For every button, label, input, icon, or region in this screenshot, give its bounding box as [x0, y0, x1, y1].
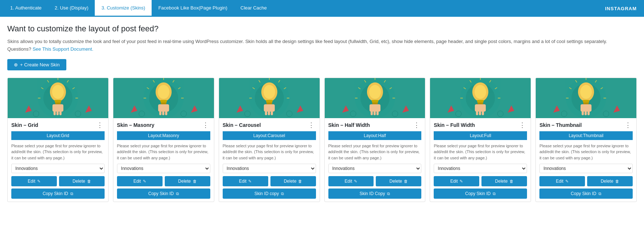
delete-button-1[interactable]: Delete 🗑 [165, 176, 210, 186]
skin-card-body-5: Skin – Thumbnail ⋮ Layout:Thumbnail Plea… [536, 118, 636, 199]
skin-name-4: Skin – Full Width [434, 122, 475, 128]
nav-authenticate[interactable]: 1. Authenticate [4, 0, 48, 17]
svg-rect-41 [165, 110, 167, 115]
svg-point-67 [245, 111, 250, 117]
layout-badge-5: Layout:Thumbnail [539, 131, 633, 140]
delete-button-5[interactable]: Delete 🗑 [587, 176, 633, 186]
copy-skin-button-2[interactable]: Skin ID copy ⧉ [223, 189, 316, 199]
nav-clear-cache[interactable]: Clear Cache [234, 0, 273, 17]
svg-rect-17 [56, 111, 59, 115]
skin-name-2: Skin – Carousel [223, 122, 261, 128]
skin-menu-icon-4[interactable]: ⋮ [518, 121, 527, 129]
copy-skin-button-3[interactable]: Skin ID Copy ⧉ [328, 189, 422, 199]
copy-skin-label-1: Copy Skin ID [148, 191, 174, 196]
skin-card-4: Skin – Full Width ⋮ Layout:Full Please s… [430, 78, 531, 202]
svg-point-44 [139, 111, 145, 117]
svg-rect-36 [161, 102, 167, 104]
skin-header-2: Skin – Carousel ⋮ [223, 121, 316, 129]
edit-button-4[interactable]: Edit ✎ [434, 176, 479, 186]
nav-customize-skins[interactable]: 3. Customize (Skins) [95, 0, 152, 17]
svg-rect-16 [54, 110, 56, 115]
trash-icon-1: 🗑 [193, 179, 197, 183]
copy-skin-button-5[interactable]: Copy Skin ID ⧉ [539, 189, 633, 199]
svg-point-103 [475, 85, 486, 99]
svg-rect-59 [266, 102, 272, 104]
svg-rect-128 [583, 102, 589, 104]
skin-card-body-4: Skin – Full Width ⋮ Layout:Full Please s… [430, 118, 531, 199]
support-link[interactable]: See This Support Document. [32, 46, 93, 52]
svg-rect-127 [583, 100, 589, 102]
svg-rect-110 [482, 110, 484, 115]
edit-button-0[interactable]: Edit ✎ [11, 176, 57, 186]
skin-header-1: Skin – Masonry ⋮ [117, 121, 210, 129]
skin-menu-icon-0[interactable]: ⋮ [95, 121, 105, 129]
page-content: Want to customize the layout of post fee… [0, 17, 644, 237]
brand-label: INSTAGRAM [601, 0, 640, 17]
skin-menu-icon-2[interactable]: ⋮ [307, 121, 316, 129]
delete-button-3[interactable]: Delete 🗑 [376, 176, 421, 186]
skin-card-body-2: Skin – Carousel ⋮ Layout:Carousel Please… [219, 118, 320, 199]
edit-button-1[interactable]: Edit ✎ [117, 176, 163, 186]
svg-rect-87 [376, 110, 378, 115]
skin-menu-icon-1[interactable]: ⋮ [201, 121, 210, 129]
svg-rect-82 [372, 102, 378, 104]
create-new-skin-button[interactable]: ⊕ + Create New Skin [7, 59, 66, 70]
svg-rect-63 [268, 111, 270, 115]
delete-button-2[interactable]: Delete 🗑 [270, 176, 316, 186]
trash-icon-5: 🗑 [615, 179, 619, 183]
layout-badge-2: Layout:Carousel [223, 131, 316, 140]
copy-skin-label-0: Copy Skin ID [43, 191, 68, 196]
svg-point-114 [497, 111, 503, 117]
skin-page-select-5[interactable]: Innovations [539, 164, 633, 173]
skin-card-2: Skin – Carousel ⋮ Layout:Carousel Please… [219, 78, 320, 202]
delete-label-0: Delete [73, 179, 85, 184]
skin-page-select-1[interactable]: Innovations [117, 164, 210, 173]
skin-page-select-4[interactable]: Innovations [434, 164, 527, 173]
skin-header-4: Skin – Full Width ⋮ [434, 121, 527, 129]
skin-desc-5: Please select your page first for previe… [539, 143, 633, 161]
page-title: Want to customize the layout of post fee… [7, 24, 637, 34]
edit-label-3: Edit [345, 179, 352, 184]
skin-page-select-2[interactable]: Innovations [223, 164, 316, 173]
svg-rect-81 [371, 100, 378, 102]
skin-page-select-0[interactable]: Innovations [11, 164, 105, 173]
copy-skin-button-1[interactable]: Copy Skin ID ⧉ [117, 189, 210, 199]
layout-badge-3: Layout:Half [328, 131, 422, 140]
edit-label-0: Edit [28, 179, 35, 184]
pencil-icon-3: ✎ [354, 179, 357, 184]
skin-desc-0: Please select your page first for previe… [11, 143, 105, 161]
edit-button-3[interactable]: Edit ✎ [328, 176, 374, 186]
svg-rect-132 [585, 111, 587, 115]
skin-page-select-3[interactable]: Innovations [328, 164, 422, 173]
edit-button-2[interactable]: Edit ✎ [223, 176, 268, 186]
svg-rect-133 [588, 110, 590, 115]
svg-point-90 [350, 111, 356, 117]
trash-icon-0: 🗑 [87, 179, 91, 183]
svg-rect-86 [373, 111, 375, 115]
layout-badge-0: Layout:Grid [11, 131, 105, 140]
skins-grid: Skin – Grid ⋮ Layout:Grid Please select … [7, 78, 637, 202]
edit-button-5[interactable]: Edit ✎ [539, 176, 585, 186]
copy-icon-5: ⧉ [598, 191, 601, 196]
copy-icon-3: ⧉ [387, 191, 390, 196]
delete-button-0[interactable]: Delete 🗑 [59, 176, 105, 186]
pencil-icon-2: ✎ [248, 179, 251, 184]
trash-icon-2: 🗑 [298, 179, 302, 183]
skin-header-3: Skin – Half Width ⋮ [328, 121, 422, 129]
skin-menu-icon-3[interactable]: ⋮ [412, 121, 421, 129]
delete-label-5: Delete [601, 179, 613, 184]
svg-point-137 [603, 111, 609, 117]
edit-label-5: Edit [556, 179, 563, 184]
svg-rect-108 [476, 110, 478, 115]
plus-icon: ⊕ [14, 62, 18, 67]
copy-skin-button-0[interactable]: Copy Skin ID ⧉ [11, 189, 105, 199]
skin-menu-icon-5[interactable]: ⋮ [623, 121, 633, 129]
nav-facebook-like-box[interactable]: Facebook Like Box(Page Plugin) [152, 0, 234, 17]
skin-card-body-3: Skin – Half Width ⋮ Layout:Half Please s… [325, 118, 425, 199]
svg-point-68 [286, 111, 292, 117]
delete-label-3: Delete [390, 179, 402, 184]
skin-header-0: Skin – Grid ⋮ [11, 121, 105, 129]
copy-skin-button-4[interactable]: Copy Skin ID ⧉ [434, 189, 527, 199]
delete-button-4[interactable]: Delete 🗑 [481, 176, 527, 186]
nav-use-display[interactable]: 2. Use (Display) [48, 0, 95, 17]
